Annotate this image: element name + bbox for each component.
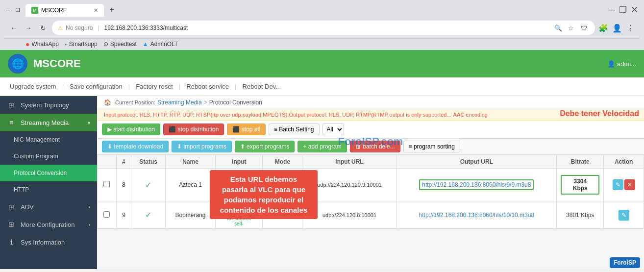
sidebar-label-streaming: Streaming Media — [21, 119, 69, 126]
export-programs-button[interactable]: ⬆ export programs — [235, 141, 295, 152]
col-status: Status — [131, 155, 165, 169]
address-actions: 🔍 ☆ 🛡 — [553, 23, 589, 33]
app-title: MSCORE — [33, 57, 601, 70]
annotation-text: Esta URL debemos pasarla al VLC para que… — [220, 175, 307, 214]
row8-output-url[interactable]: http://192.168.200.136:8060/hls/9/9.m3u8 — [396, 169, 557, 201]
table-wrapper: Esta URL debemos pasarla al VLC para que… — [97, 155, 644, 229]
tab-title: MSCORE — [41, 7, 67, 14]
col-action: Action — [604, 155, 644, 169]
adminolt-icon: ▲ — [143, 41, 149, 48]
back-button[interactable]: ← — [8, 22, 20, 34]
row9-actions: ✎ — [604, 201, 644, 229]
row8-output-url-link[interactable]: http://192.168.200.136:8060/hls/9/9.m3u8 — [419, 179, 534, 190]
app-header: 🌐 MSCORE 👤 admi... — [0, 50, 644, 77]
row9-checkbox[interactable] — [103, 211, 110, 218]
restore-icon[interactable]: ❐ — [619, 4, 627, 15]
stop-distribution-button[interactable]: ⬛ stop distribution — [163, 124, 224, 135]
col-number: # — [116, 155, 131, 169]
sidebar-item-http[interactable]: HTTP — [0, 181, 97, 198]
bookmark-speedtest[interactable]: ⊙ Speedtest — [103, 41, 137, 48]
top-nav: Upgrade system | Save configuration | Fa… — [0, 77, 644, 96]
row8-delete-button[interactable]: ✕ — [624, 179, 635, 190]
adv-icon: ⊞ — [7, 203, 16, 211]
nav-upgrade[interactable]: Upgrade system — [8, 82, 58, 91]
sidebar-item-custom[interactable]: Custom Program — [0, 148, 97, 165]
row8-checkbox[interactable] — [103, 181, 110, 187]
bookmark-whatsapp[interactable]: ● WhatsApp — [25, 40, 59, 48]
minimize-button[interactable]: ─ — [4, 6, 12, 14]
import-programs-button[interactable]: ⬇ import programs — [172, 141, 232, 152]
row9-action-group: ✎ — [608, 210, 640, 221]
row9-eth-mode2: self- — [220, 221, 258, 226]
sidebar-item-streaming[interactable]: ≡ Streaming Media ▾ — [0, 114, 97, 131]
warning-banner: Input protocol: HLS, HTTP, RTP, UDP, RTS… — [97, 109, 644, 121]
app-logo: 🌐 — [8, 54, 27, 74]
sidebar-item-nic[interactable]: NIC Management — [0, 131, 97, 148]
start-distribution-button[interactable]: ▶ start distribution — [102, 124, 160, 135]
breadcrumb-streaming[interactable]: Streaming Media — [157, 99, 202, 106]
row8-status-icon: ✓ — [145, 181, 151, 189]
row9-bitrate: 3801 Kbps — [557, 201, 604, 229]
row9-output-url-link[interactable]: http://192.168.200.136:8060/hls/10/10.m3… — [419, 212, 535, 219]
sidebar-item-topology[interactable]: ⊞ System Topology — [0, 96, 97, 114]
shield-button[interactable]: 🛡 — [578, 23, 589, 33]
row9-edit-button[interactable]: ✎ — [619, 210, 629, 221]
sidebar-item-protocol[interactable]: Protocol Conversion — [0, 165, 97, 181]
forward-button[interactable]: → — [23, 22, 34, 34]
search-button[interactable]: 🔍 — [553, 23, 564, 33]
bookmark-smartsupp[interactable]: ● Smartsupp — [65, 41, 98, 48]
profile-button[interactable]: 👤 — [612, 23, 622, 33]
batch-delete-button[interactable]: 🗑 batch dele... — [350, 141, 400, 152]
batch-setting-button[interactable]: ≡ Batch Setting — [269, 124, 320, 135]
new-tab-button[interactable]: + — [105, 3, 119, 17]
nav-reboot-dev[interactable]: Reboot Dev... — [240, 82, 283, 91]
batch-select[interactable]: All — [322, 124, 344, 135]
security-label: No seguro — [66, 25, 93, 31]
extension-button[interactable]: 🧩 — [598, 23, 609, 33]
breadcrumb: 🏠 Current Position: Streaming Media > Pr… — [97, 96, 644, 109]
row8-checkbox-cell — [98, 169, 117, 201]
sidebar-label-topology: System Topology — [21, 101, 69, 109]
sep3: | — [179, 83, 180, 90]
star-button[interactable]: ☆ — [566, 23, 576, 33]
maximize-button[interactable]: ❐ — [14, 6, 22, 14]
row8-bitrate-number: 3304 — [573, 178, 587, 185]
row9-number: 9 — [116, 201, 131, 229]
active-tab[interactable]: M MSCORE ✕ — [25, 4, 104, 17]
minimize-icon[interactable]: ─ — [609, 5, 615, 15]
address-bar[interactable]: ⚠ No seguro | 192.168.200.136:3333/multi… — [52, 21, 595, 35]
nav-factory[interactable]: Factory reset — [134, 82, 175, 91]
close-icon[interactable]: ✕ — [631, 4, 638, 15]
tab-close-button[interactable]: ✕ — [94, 7, 98, 14]
bookmark-adminolt[interactable]: ▲ AdminOLT — [143, 41, 178, 48]
row8-number: 8 — [116, 169, 131, 201]
sidebar-label-sysinfo: Sys Information — [21, 239, 65, 246]
reload-button[interactable]: ↻ — [37, 22, 49, 34]
chevron-right-icon2: › — [89, 222, 90, 227]
template-download-button[interactable]: ⬇ template download — [102, 141, 169, 152]
main-layout: ⊞ System Topology ≡ Streaming Media ▾ NI… — [0, 96, 644, 269]
row8-edit-button[interactable]: ✎ — [613, 179, 623, 190]
row8-action-group: ✎ ✕ — [608, 179, 640, 190]
sidebar-label-adv: ADV — [21, 203, 34, 211]
chevron-down-icon: ▾ — [88, 120, 90, 125]
stop-all-button[interactable]: ⬛ stop all — [227, 124, 265, 135]
col-bitrate: Bitrate — [557, 155, 604, 169]
program-sorting-button[interactable]: ≡ program sorting — [403, 141, 460, 152]
add-program-button[interactable]: + add program — [297, 141, 347, 152]
tab-bar: M MSCORE ✕ + — [25, 3, 119, 17]
sidebar-item-adv[interactable]: ⊞ ADV › — [0, 198, 97, 216]
nav-save[interactable]: Save configuration — [68, 82, 124, 91]
menu-button[interactable]: ⋮ — [625, 23, 636, 33]
home-icon: 🏠 — [104, 99, 111, 106]
row9-output-url[interactable]: http://192.168.200.136:8060/hls/10/10.m3… — [396, 201, 557, 229]
sidebar-item-sysinfo[interactable]: ℹ Sys Information — [0, 233, 97, 251]
col-input-url: Input URL — [302, 155, 396, 169]
nav-reboot-service[interactable]: Reboot service — [184, 82, 231, 91]
row9-name: Boomerang — [165, 201, 215, 229]
sidebar-label-nic: NIC Management — [14, 136, 60, 143]
sidebar-item-more[interactable]: ⊞ More Configuration › — [0, 216, 97, 233]
bookmarks-bar: ● WhatsApp ● Smartsupp ⊙ Speedtest ▲ Adm… — [4, 38, 640, 50]
bookmark-adminolt-label: AdminOLT — [150, 41, 178, 48]
security-icon: ⚠ — [58, 25, 63, 31]
